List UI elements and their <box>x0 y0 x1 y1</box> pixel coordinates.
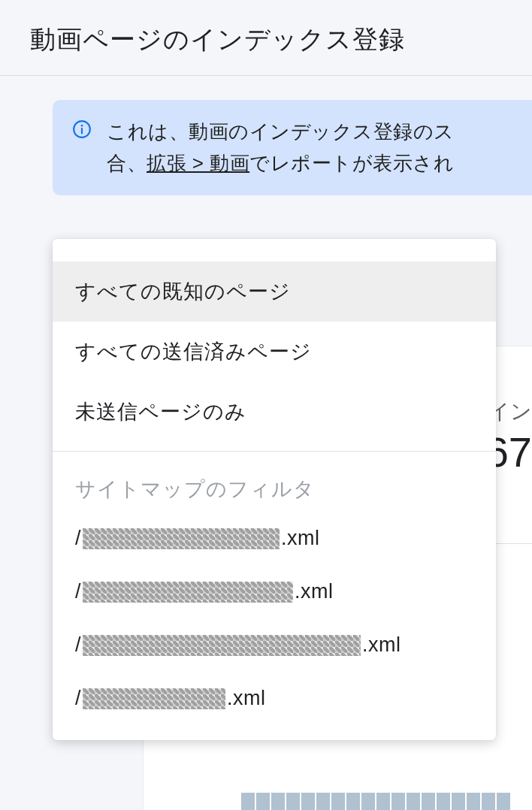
chart-bar <box>437 793 450 810</box>
sitemap-option[interactable]: /.xml <box>53 618 496 672</box>
chart-bar <box>256 793 270 810</box>
sitemap-suffix: .xml <box>281 527 320 550</box>
chart-bar <box>452 793 465 810</box>
filter-dropdown: すべての既知のページすべての送信済みページ未送信ページのみ サイトマップのフィル… <box>53 239 496 740</box>
chart-bar <box>361 793 375 810</box>
filter-option[interactable]: すべての既知のページ <box>53 261 496 322</box>
filter-option[interactable]: 未送信ページのみ <box>53 382 496 442</box>
redacted-text <box>83 688 225 709</box>
info-icon <box>72 119 92 139</box>
bar-chart <box>241 788 532 810</box>
chart-bar <box>467 793 480 810</box>
sitemap-prefix: / <box>75 527 81 550</box>
info-text-line2-prefix: 合、 <box>107 152 147 174</box>
chart-bar <box>482 793 495 810</box>
info-link[interactable]: 拡張 > 動画 <box>147 152 249 174</box>
redacted-text <box>83 635 361 656</box>
info-banner: これは、動画のインデックス登録のス 合、拡張 > 動画でレポートが表示され <box>53 100 532 195</box>
sitemap-option[interactable]: /.xml <box>53 512 496 565</box>
chart-bar <box>407 793 420 810</box>
chart-bar <box>286 793 300 810</box>
title-divider <box>0 75 532 76</box>
chart-bar <box>331 793 345 810</box>
chart-bar <box>497 793 510 810</box>
info-text-line1: これは、動画のインデックス登録のス <box>107 120 455 143</box>
sitemap-option[interactable]: /.xml <box>53 672 496 725</box>
sitemap-prefix: / <box>75 633 81 657</box>
sitemap-suffix: .xml <box>362 633 401 657</box>
chart-bar <box>301 793 315 810</box>
sitemap-suffix: .xml <box>295 580 334 603</box>
sitemap-suffix: .xml <box>227 687 266 710</box>
page-title: 動画ページのインデックス登録 <box>0 0 532 75</box>
chart-bar <box>271 793 285 810</box>
redacted-text <box>83 528 280 549</box>
chart-bar <box>376 793 390 810</box>
svg-point-2 <box>81 125 83 127</box>
chart-bar <box>316 793 330 810</box>
info-banner-text: これは、動画のインデックス登録のス 合、拡張 > 動画でレポートが表示され <box>107 116 455 179</box>
sitemap-prefix: / <box>75 580 81 603</box>
chart-bar <box>346 793 360 810</box>
chart-bar <box>241 793 255 810</box>
sitemap-option[interactable]: /.xml <box>53 565 496 618</box>
redacted-text <box>83 582 293 603</box>
filter-option[interactable]: すべての送信済みページ <box>53 322 496 382</box>
chart-bar <box>391 793 405 810</box>
info-text-line2-suffix: でレポートが表示され <box>249 152 454 174</box>
chart-bar <box>422 793 435 810</box>
sitemap-filter-header: サイトマップのフィルタ <box>53 452 496 512</box>
sitemap-prefix: / <box>75 687 81 710</box>
